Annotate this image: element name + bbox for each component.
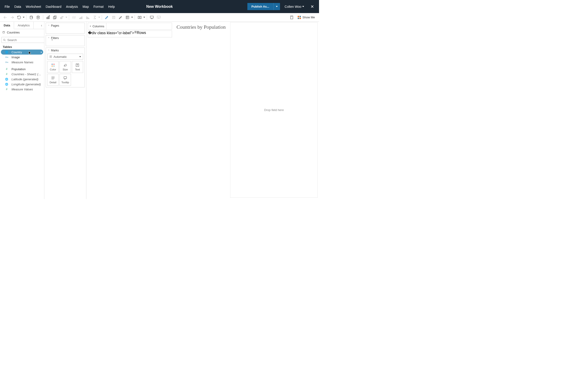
duplicate-sheet-button[interactable] <box>52 14 58 21</box>
redo-button[interactable] <box>9 14 16 21</box>
show-cards-dropdown[interactable] <box>143 17 145 18</box>
swap-button[interactable] <box>70 14 78 21</box>
publish-button[interactable]: Publish As... <box>247 3 274 10</box>
mark-text-button[interactable]: Text <box>72 61 83 73</box>
tables-heading: Tables <box>0 44 44 49</box>
new-datasource-button[interactable] <box>28 14 35 21</box>
menu-map[interactable]: Map <box>80 5 91 8</box>
abc-icon: Abc <box>5 61 8 63</box>
totals-button[interactable] <box>91 14 98 21</box>
svg-point-29 <box>52 64 52 65</box>
svg-rect-40 <box>53 78 53 78</box>
svg-point-27 <box>3 39 5 41</box>
mark-color-button[interactable]: Color <box>47 61 59 73</box>
svg-rect-37 <box>53 77 53 77</box>
share-button[interactable] <box>155 14 162 21</box>
columns-shelf[interactable]: Columns <box>88 23 172 30</box>
highlight-button[interactable] <box>103 14 110 21</box>
user-menu[interactable]: Colten Woo <box>282 5 306 8</box>
marks-type-label: Automatic <box>53 55 67 58</box>
field-measure-values[interactable]: # Measure Values <box>1 87 43 92</box>
data-guide-button[interactable] <box>288 14 295 21</box>
field-latitude[interactable]: 🌐 Latitude (generated) <box>1 77 43 82</box>
publish-dropdown[interactable] <box>273 3 280 10</box>
menu-dashboard[interactable]: Dashboard <box>43 5 64 8</box>
pages-shelf[interactable]: ⌃Pages <box>46 23 85 34</box>
new-worksheet-button[interactable] <box>44 14 52 21</box>
hash-icon: # <box>5 88 8 91</box>
field-country[interactable]: 🌐 Country ▾ <box>1 50 43 55</box>
shelf-label: Pages <box>51 24 59 27</box>
mark-label: Color <box>50 68 56 71</box>
collapse-sidebar-button[interactable]: ‹ <box>39 22 44 29</box>
menu-data[interactable]: Data <box>12 5 24 8</box>
mark-detail-button[interactable]: Detail <box>47 74 59 86</box>
columns-icon <box>90 25 91 27</box>
svg-rect-2 <box>47 17 47 19</box>
field-dropdown-icon[interactable]: ▾ <box>41 51 42 53</box>
field-label: Image <box>11 56 20 59</box>
mark-tooltip-button[interactable]: Tooltip <box>60 74 71 86</box>
marks-type-select[interactable]: Automatic <box>47 54 83 60</box>
svg-point-34 <box>65 64 67 66</box>
sort-desc-button[interactable] <box>84 14 91 21</box>
datasource-name: Countries <box>7 31 20 34</box>
rows-shelf[interactable]: �div class klass="cr-label">Rows <box>88 31 172 37</box>
fit-dropdown[interactable] <box>131 17 133 18</box>
menu-format[interactable]: Format <box>91 5 106 8</box>
field-measure-names[interactable]: Abc Measure Names <box>1 60 43 65</box>
svg-rect-22 <box>298 16 299 17</box>
presentation-button[interactable] <box>148 14 155 21</box>
field-countries-count[interactable]: # Countries - Sheet1 (3).c... <box>1 72 43 77</box>
svg-rect-9 <box>79 18 80 19</box>
revert-dropdown[interactable] <box>23 17 25 18</box>
field-population[interactable]: # Population <box>1 67 43 72</box>
svg-rect-14 <box>88 18 89 19</box>
caret-down-icon <box>302 6 304 7</box>
close-button[interactable]: ✕ <box>309 4 316 9</box>
search-input[interactable] <box>7 38 46 42</box>
detail-icon <box>51 76 55 80</box>
svg-rect-12 <box>86 17 87 19</box>
totals-dropdown[interactable] <box>98 17 100 18</box>
viz-drop-area[interactable]: Drop field here <box>230 22 318 198</box>
field-label: Country <box>11 50 22 54</box>
svg-rect-47 <box>91 26 91 27</box>
mark-size-button[interactable]: Size <box>60 61 71 73</box>
chevron-left-icon: ‹ <box>41 23 42 27</box>
labels-button[interactable] <box>110 14 117 21</box>
globe-icon: 🌐 <box>5 51 8 54</box>
fit-button[interactable] <box>124 14 131 21</box>
color-icon <box>51 63 55 67</box>
tab-analytics[interactable]: Analytics <box>14 22 34 29</box>
search-field-wrapper[interactable] <box>1 37 48 43</box>
menu-worksheet[interactable]: Worksheet <box>23 5 43 8</box>
field-longitude[interactable]: 🌐 Longitude (generated) <box>1 82 43 87</box>
abc-icon: Abc <box>5 56 8 58</box>
revert-button[interactable] <box>16 14 23 21</box>
svg-point-1 <box>37 16 40 17</box>
svg-rect-23 <box>300 16 301 17</box>
field-image[interactable]: Abc Image <box>1 55 43 60</box>
sheet-title[interactable]: Countries by Population <box>173 22 229 199</box>
show-me-button[interactable]: Show Me <box>296 16 316 19</box>
datasource-item[interactable]: Countries <box>0 29 44 35</box>
svg-rect-19 <box>150 16 153 18</box>
undo-button[interactable] <box>2 14 9 21</box>
svg-rect-38 <box>54 77 54 77</box>
pause-updates-button[interactable] <box>35 14 42 21</box>
menu-help[interactable]: Help <box>106 5 117 8</box>
menu-analysis[interactable]: Analysis <box>64 5 80 8</box>
canvas: Columns �div class klass="cr-label">Rows <box>86 22 173 199</box>
svg-rect-50 <box>134 33 137 33</box>
clear-dropdown[interactable] <box>65 17 68 18</box>
sort-asc-button[interactable] <box>78 14 84 21</box>
format-button[interactable] <box>117 14 124 21</box>
filters-shelf[interactable]: ⌃Filters <box>46 35 85 46</box>
clear-sheet-button[interactable] <box>58 14 65 21</box>
size-icon <box>63 63 67 67</box>
tab-data[interactable]: Data <box>0 22 14 29</box>
show-cards-button[interactable] <box>136 14 143 21</box>
menu-file[interactable]: File <box>2 5 12 8</box>
mark-label: Text <box>75 68 80 71</box>
